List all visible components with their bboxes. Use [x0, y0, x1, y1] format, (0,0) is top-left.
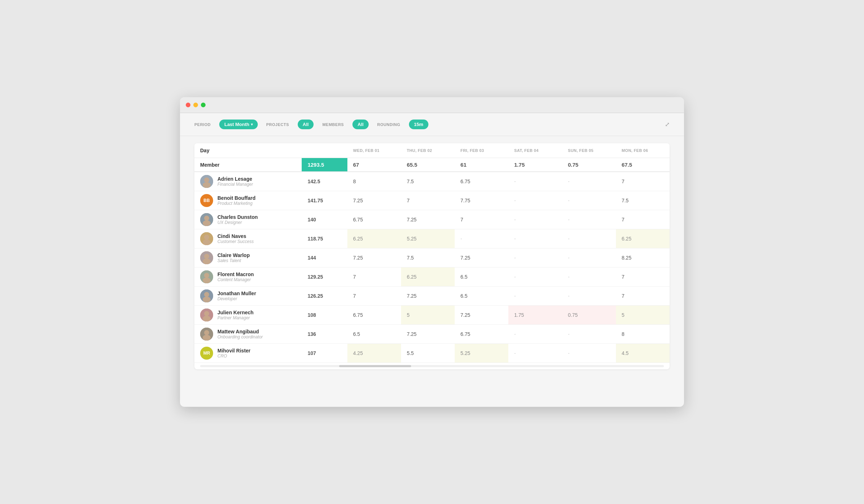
- col-wed-header: WED, FEB 01: [347, 143, 401, 158]
- toolbar: PERIOD Last Month ▾ PROJECTS All MEMBERS…: [180, 113, 684, 136]
- avatar: [200, 270, 213, 283]
- grand-total: 1293.5: [302, 158, 347, 172]
- member-cell-2[interactable]: Charles DunstonUX Designer: [194, 210, 302, 229]
- svg-point-16: [204, 292, 209, 297]
- member-cell-6[interactable]: Jonathan MullerDeveloper: [194, 287, 302, 306]
- rounding-button[interactable]: 15m: [409, 120, 428, 129]
- value-cell-5-1: 6.25: [401, 267, 455, 287]
- value-cell-0-5: 7: [616, 172, 670, 191]
- member-name: Cindi Naves: [217, 233, 254, 239]
- value-cell-9-1: 5.5: [401, 344, 455, 363]
- value-cell-6-5: 7: [616, 287, 670, 306]
- traffic-lights: [186, 103, 206, 107]
- member-cell-3[interactable]: Cindi NavesCustomer Success: [194, 229, 302, 248]
- col-sun-header: SUN, FEB 05: [562, 143, 616, 158]
- value-cell-5-3: -: [508, 267, 562, 287]
- member-role: CRO: [217, 354, 251, 359]
- value-cell-7-4: 0.75: [562, 306, 616, 325]
- member-cell-1[interactable]: BBBenoit BouffardProduct Marketing: [194, 191, 302, 210]
- svg-point-7: [204, 235, 209, 240]
- minimize-button[interactable]: [193, 103, 198, 107]
- member-role: Onboarding coordinator: [217, 334, 263, 339]
- value-cell-1-1: 7: [401, 191, 455, 210]
- fri-total: 61: [455, 158, 508, 172]
- col-total-header: [302, 143, 347, 158]
- value-cell-2-5: 7: [616, 210, 670, 229]
- value-cell-5-2: 6.5: [455, 267, 508, 287]
- svg-point-2: [203, 182, 211, 188]
- col-mon-header: MON, FEB 06: [616, 143, 670, 158]
- svg-point-10: [204, 254, 209, 259]
- maximize-button[interactable]: [201, 103, 206, 107]
- member-name: Mattew Angibaud: [217, 329, 263, 334]
- value-cell-8-5: 8: [616, 325, 670, 344]
- member-role: Partner Manager: [217, 315, 253, 320]
- avatar: [200, 309, 213, 321]
- svg-point-17: [203, 297, 211, 302]
- svg-point-14: [203, 278, 211, 283]
- period-button[interactable]: Last Month ▾: [219, 120, 257, 129]
- member-name: Jonathan Muller: [217, 291, 256, 296]
- value-cell-3-0: 6.25: [347, 229, 401, 248]
- content-area: Day WED, FEB 01 THU, FEB 02 FRI, FEB 03 …: [180, 136, 684, 384]
- value-cell-3-1: 5.25: [401, 229, 455, 248]
- member-role: Financial Manager: [217, 182, 253, 187]
- member-cell-5[interactable]: Florent MacronContent Manager: [194, 267, 302, 287]
- expand-icon[interactable]: ⤢: [665, 121, 670, 128]
- value-cell-6-3: -: [508, 287, 562, 306]
- value-cell-4-0: 7.25: [347, 248, 401, 267]
- total-cell: 126.25: [302, 287, 347, 306]
- mon-total: 67.5: [616, 158, 670, 172]
- svg-point-8: [203, 239, 211, 245]
- member-role: UX Designer: [217, 220, 258, 225]
- svg-point-19: [204, 311, 209, 316]
- value-cell-0-0: 8: [347, 172, 401, 191]
- value-cell-0-3: -: [508, 172, 562, 191]
- value-cell-5-0: 7: [347, 267, 401, 287]
- member-cell-4[interactable]: Claire WarlopSales Talent: [194, 248, 302, 267]
- members-button[interactable]: All: [352, 120, 369, 129]
- avatar: [200, 328, 213, 341]
- total-cell: 129.25: [302, 267, 347, 287]
- col-day-header: Day: [194, 143, 302, 158]
- table-row: Cindi NavesCustomer Success118.756.255.2…: [194, 229, 670, 248]
- table-row: Adrien LesageFinancial Manager142.587.56…: [194, 172, 670, 191]
- sat-total: 1.75: [508, 158, 562, 172]
- svg-point-1: [204, 177, 209, 183]
- value-cell-8-2: 6.75: [455, 325, 508, 344]
- value-cell-7-5: 5: [616, 306, 670, 325]
- svg-point-5: [203, 220, 211, 226]
- value-cell-0-1: 7.5: [401, 172, 455, 191]
- svg-point-11: [203, 258, 211, 264]
- value-cell-2-4: -: [562, 210, 616, 229]
- value-cell-1-0: 7.25: [347, 191, 401, 210]
- member-cell-8[interactable]: Mattew AngibaudOnboarding coordinator: [194, 325, 302, 344]
- sun-total: 0.75: [562, 158, 616, 172]
- value-cell-9-5: 4.5: [616, 344, 670, 363]
- member-name: Benoit Bouffard: [217, 195, 256, 201]
- value-cell-6-4: -: [562, 287, 616, 306]
- svg-point-20: [203, 316, 211, 321]
- avatar: MR: [200, 347, 213, 360]
- member-cell-7[interactable]: Julien KernechPartner Manager: [194, 306, 302, 325]
- scrollbar-thumb[interactable]: [339, 365, 411, 367]
- close-button[interactable]: [186, 103, 190, 107]
- table-row: Florent MacronContent Manager129.2576.25…: [194, 267, 670, 287]
- avatar: [200, 175, 213, 188]
- value-cell-4-2: 7.25: [455, 248, 508, 267]
- member-name: Charles Dunston: [217, 214, 258, 220]
- total-cell: 141.75: [302, 191, 347, 210]
- value-cell-0-4: -: [562, 172, 616, 191]
- projects-button[interactable]: All: [298, 120, 314, 129]
- svg-point-22: [204, 330, 209, 335]
- table-row: Mattew AngibaudOnboarding coordinator136…: [194, 325, 670, 344]
- value-cell-4-1: 7.5: [401, 248, 455, 267]
- member-name: Florent Macron: [217, 271, 254, 277]
- member-cell-0[interactable]: Adrien LesageFinancial Manager: [194, 172, 302, 191]
- member-role: Content Manager: [217, 277, 254, 282]
- value-cell-5-5: 7: [616, 267, 670, 287]
- value-cell-1-2: 7.75: [455, 191, 508, 210]
- member-role: Sales Talent: [217, 258, 250, 263]
- value-cell-3-2: -: [455, 229, 508, 248]
- member-cell-9[interactable]: MRMihovil RisterCRO: [194, 344, 302, 363]
